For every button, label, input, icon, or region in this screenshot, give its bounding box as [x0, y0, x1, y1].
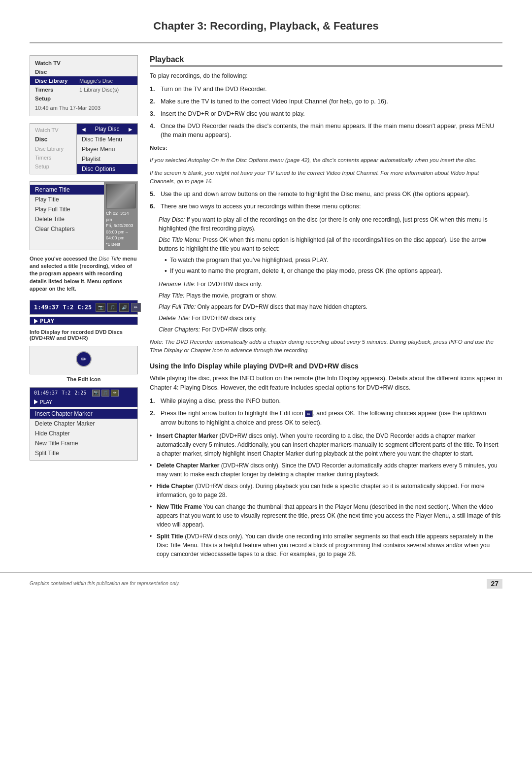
step-2: 2. Make sure the TV is tuned to the corr… [150, 97, 502, 106]
sub-disc-options: Disc Options [77, 164, 137, 174]
menu-watch-tv: Watch TV [30, 59, 137, 67]
m2-disc-lib: Disc Library [30, 144, 76, 153]
content-columns: Watch TV Disc Disc Library Maggie's Disc [0, 55, 532, 562]
play-title-label: Play Title [35, 196, 59, 203]
mockup2-header: ◀ Play Disc ▶ [77, 124, 137, 134]
menu-setup: Setup [30, 94, 137, 103]
using-intro: While playing the disc, press the INFO b… [150, 374, 502, 393]
edit-icon-circle: ✏ [76, 351, 92, 367]
insert-play-label: PLAY [40, 399, 52, 405]
edit-icon-inline: ✏ [305, 410, 313, 417]
info-display-container: 1:49:37 T:2 C:25 📷 🎵 🔊 ✏ PLAY [30, 300, 138, 325]
bullet-play: To watch the program that you've highlig… [165, 256, 502, 265]
new-title-frame-desc: You can change the thumbnail that appear… [157, 503, 500, 528]
playback-steps-5-6: 5. Use the up and down arrow buttons on … [150, 190, 502, 211]
disc-title-menu-desc: Disc Title Menu: Press OK when this menu… [159, 235, 502, 253]
sub-playlist-label: Playlist [82, 156, 100, 163]
recording-note: Note: The DVD Recorder automatically add… [150, 338, 502, 355]
select-bullets: To watch the program that you've highlig… [165, 256, 502, 276]
clear-chapters-note-text: For DVD+RW discs only. [201, 326, 266, 333]
play-label: PLAY [40, 318, 54, 325]
m2-timers: Timers [30, 153, 76, 162]
insert-icons: 📷 🎵 ✏ [92, 390, 119, 397]
mockup-caption: Once you've accessed the Disc Title menu… [30, 255, 138, 293]
sub-disc-title-menu: Disc Title Menu [77, 134, 137, 144]
disc-title-mockup: Rename Title Play Title Play Full Title … [30, 181, 138, 250]
arrow-right-icon: ▶ [129, 127, 133, 132]
rename-title-note: Rename Title: For DVD+RW discs only. [159, 280, 502, 289]
delete-title-note: Delete Title: For DVD+RW discs only. [159, 314, 502, 323]
step-5-text: Use the up and down arrow buttons on the… [161, 190, 469, 199]
insert-chapter-bullet: Insert Chapter Marker (DVD+RW discs only… [150, 431, 502, 458]
play-full-title-item: Play Full Title [30, 204, 104, 214]
rename-title-label: Rename Title [35, 186, 70, 193]
sub-player-menu-label: Player Menu [82, 146, 115, 153]
play-title-item: Play Title [30, 195, 104, 204]
insert-chapter-mockup: 01:49:37 T:2 2:25 📷 🎵 ✏ PLAY Insert Chap [30, 387, 138, 461]
hide-chapter-label: Hide Chapter [35, 430, 70, 437]
note-1: If you selected Autoplay On in the Disc … [150, 156, 502, 165]
disc-library-menu: Watch TV Disc Disc Library Maggie's Disc [30, 56, 137, 116]
sub-disc-options-label: Disc Options [82, 165, 115, 172]
new-title-frame-bullet: New Title Frame You can change the thumb… [150, 502, 502, 529]
split-title-item: Split Title [30, 448, 137, 458]
bullet-ok: If you want to name the program, delete … [165, 266, 502, 276]
play-row: PLAY [30, 317, 138, 325]
mockup2-layout: Watch TV Disc Disc Library Timers Setup … [30, 124, 137, 174]
sub-bullets: Insert Chapter Marker (DVD+RW discs only… [150, 431, 502, 559]
insert-icon1: 📷 [92, 390, 100, 397]
caption-bold: Once you've accessed the [30, 256, 99, 262]
step-4: 4. Once the DVD Recorder reads the disc'… [150, 122, 502, 140]
insert-play-icon [34, 399, 38, 404]
m2-disc: Disc [30, 134, 76, 144]
delete-chapter-bullet: Delete Chapter Marker (DVD+RW discs only… [150, 461, 502, 479]
insert-c: 2:25 [74, 390, 86, 396]
using-step-1-text: While playing a disc, press the INFO but… [161, 397, 281, 406]
insert-icon3: ✏ [111, 390, 119, 397]
play-disc-mockup: Watch TV Disc Disc Library Timers Setup … [30, 123, 138, 174]
bullet-play-text: To watch the program that you've highlig… [170, 256, 329, 265]
playback-steps: 1. Turn on the TV and the DVD Recorder. … [150, 85, 502, 140]
insert-chapter-marker-item: Insert Chapter Marker [30, 409, 137, 419]
edit-icon-label: The Edit icon [30, 376, 138, 382]
mockup2-main-menu: Watch TV Disc Disc Library Timers Setup [30, 124, 77, 174]
sub-disc-title-label: Disc Title Menu [82, 136, 122, 143]
play-full-title-note-text: Only appears for DVD+RW discs that may h… [198, 303, 368, 310]
using-step-1: 1. While playing a disc, press the INFO … [150, 397, 502, 406]
play-title-note: Play Title: Plays the movie, program or … [159, 291, 502, 300]
play-full-title-note: Play Full Title: Only appears for DVD+RW… [159, 302, 502, 311]
note-2: If the screen is blank, you might not ha… [150, 169, 502, 186]
hide-chapter-desc: (DVD+RW discs only). During playback you… [157, 483, 485, 498]
step-1-text: Turn on the TV and the DVD Recorder. [161, 85, 266, 94]
edit-icon-pencil: ✏ [81, 355, 87, 363]
rename-title-item: Rename Title [30, 185, 104, 195]
chapter-title: Chapter 3: Recording, Playback, & Featur… [153, 20, 378, 32]
sub-playlist: Playlist [77, 154, 137, 164]
playback-intro: To play recordings, do the following: [150, 71, 502, 81]
play-full-title-label: Play Full Title [35, 206, 70, 213]
edit-icon-display: ✏ [30, 346, 138, 374]
new-title-frame-item: New Title Frame [30, 438, 137, 448]
info-icons: 📷 🎵 🔊 ✏ [96, 303, 141, 312]
info-display-bar: 1:49:37 T:2 C:25 📷 🎵 🔊 ✏ [30, 300, 138, 315]
info-display-caption: Info Display for recorded DVD Discs (DVD… [30, 329, 138, 341]
insert-menu: Insert Chapter Marker Delete Chapter Mar… [30, 407, 137, 460]
insert-t: T:2 [62, 390, 70, 396]
using-step-2: 2. Press the right arrow button to highl… [150, 409, 502, 428]
insert-play-row: PLAY [30, 398, 137, 407]
time-info: 10:49 am Thu 17-Mar 2003 [30, 103, 137, 113]
using-steps: 1. While playing a disc, press the INFO … [150, 397, 502, 427]
edit-icon-small: ✏ [131, 303, 141, 312]
info-t: T:2 [63, 304, 74, 311]
disc-title-menu-left: Rename Title Play Title Play Full Title … [30, 182, 104, 250]
play-disc-desc: Play Disc: If you want to play all of th… [159, 215, 502, 233]
split-title-label: Split Title [35, 450, 59, 457]
delete-title-label: Delete Title [35, 216, 65, 223]
music-icon: 🎵 [107, 303, 117, 312]
notes-label: Notes: [150, 144, 502, 152]
right-column: Playback To play recordings, do the foll… [150, 55, 502, 562]
thumbnail-image [106, 184, 135, 208]
page-container: Chapter 3: Recording, Playback, & Featur… [0, 0, 532, 761]
disc-title-thumbnail: Ch 02 3:34 pm Fri, 6/20/2003 03:00 pm – … [104, 182, 137, 250]
hide-chapter-item: Hide Chapter [30, 429, 137, 438]
